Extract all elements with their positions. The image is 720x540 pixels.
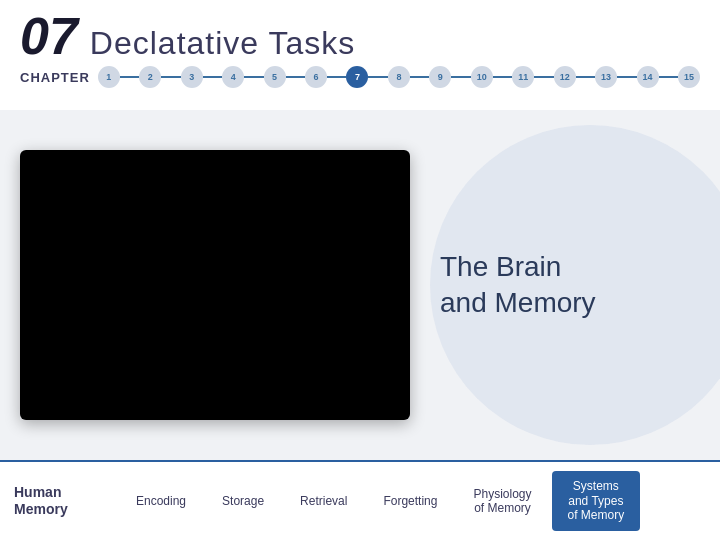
nav-dot-12[interactable]: 12 <box>554 66 576 88</box>
section-label-line1: Human <box>14 484 61 500</box>
video-placeholder[interactable] <box>20 150 410 420</box>
nav-dot-14[interactable]: 14 <box>637 66 659 88</box>
nav-dot-7[interactable]: 7 <box>346 66 368 88</box>
bottom-nav-item-2[interactable]: Retrieval <box>284 486 363 516</box>
nav-dot-8[interactable]: 8 <box>388 66 410 88</box>
bottom-bar: Human Memory EncodingStorageRetrievalFor… <box>0 460 720 540</box>
chapter-label-row: Chapter 123456789101112131415 <box>20 66 700 88</box>
brain-memory-title: The Brain and Memory <box>440 249 596 322</box>
nav-dot-10[interactable]: 10 <box>471 66 493 88</box>
nav-dot-5[interactable]: 5 <box>264 66 286 88</box>
bottom-nav-item-1[interactable]: Storage <box>206 486 280 516</box>
section-label-line2: Memory <box>14 501 68 517</box>
nav-dot-11[interactable]: 11 <box>512 66 534 88</box>
nav-dot-4[interactable]: 4 <box>222 66 244 88</box>
bottom-nav-item-4[interactable]: Physiologyof Memory <box>457 479 547 524</box>
nav-dot-6[interactable]: 6 <box>305 66 327 88</box>
section-label-text: Human Memory <box>14 484 68 518</box>
bottom-nav-item-5[interactable]: Systemsand Typesof Memory <box>552 471 641 530</box>
main-content: The Brain and Memory <box>0 110 720 460</box>
text-content: The Brain and Memory <box>440 249 596 322</box>
bottom-nav-item-0[interactable]: Encoding <box>120 486 202 516</box>
nav-dot-2[interactable]: 2 <box>139 66 161 88</box>
chapter-title: Declatative Tasks <box>90 25 355 62</box>
nav-dot-9[interactable]: 9 <box>429 66 451 88</box>
chapter-nav-line: 123456789101112131415 <box>98 66 700 88</box>
title-row: 07 Declatative Tasks <box>20 10 700 62</box>
nav-dot-3[interactable]: 3 <box>181 66 203 88</box>
bottom-section-label: Human Memory <box>0 474 110 528</box>
brain-memory-line1: The Brain <box>440 251 561 282</box>
brain-memory-line2: and Memory <box>440 287 596 318</box>
nav-dot-1[interactable]: 1 <box>98 66 120 88</box>
nav-dot-13[interactable]: 13 <box>595 66 617 88</box>
nav-dot-15[interactable]: 15 <box>678 66 700 88</box>
header: 07 Declatative Tasks Chapter 12345678910… <box>0 0 720 110</box>
chapter-number: 07 <box>20 10 78 62</box>
chapter-label: Chapter <box>20 70 90 85</box>
bottom-nav-item-3[interactable]: Forgetting <box>367 486 453 516</box>
bottom-nav-items: EncodingStorageRetrievalForgettingPhysio… <box>110 462 720 540</box>
